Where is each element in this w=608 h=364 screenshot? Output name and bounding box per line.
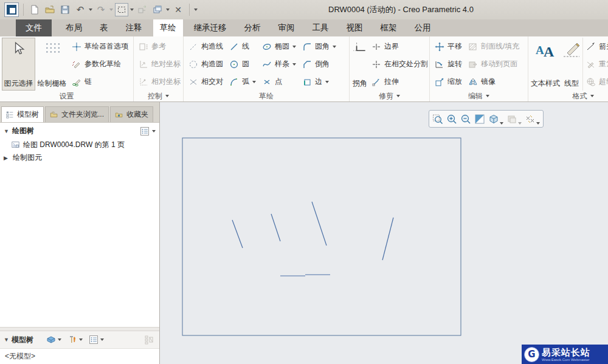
display-style-dropdown[interactable] <box>500 122 503 125</box>
group-edit-label[interactable]: 编辑 <box>430 91 528 101</box>
stretch-button[interactable]: 拉伸 <box>371 74 428 90</box>
construction-circle-button[interactable]: 构造圆 <box>188 57 223 72</box>
model-tree-tools-button[interactable] <box>66 334 85 346</box>
navtab-model-tree[interactable]: 模型树 <box>1 106 44 122</box>
construction-line-button[interactable]: 构造线 <box>188 39 223 55</box>
chain-button[interactable]: 链 <box>72 74 128 90</box>
expand-icon[interactable]: ▶ <box>4 155 10 161</box>
tab-layout[interactable]: 布局 <box>59 19 89 36</box>
tab-analysis[interactable]: 分析 <box>238 19 268 36</box>
tree-settings-dropdown[interactable] <box>152 130 156 132</box>
undo-button[interactable]: ↶ <box>74 3 87 16</box>
selection-filter-dropdown[interactable] <box>130 9 134 11</box>
spline-dropdown[interactable] <box>292 63 296 66</box>
model-tree-show-button[interactable] <box>44 334 63 346</box>
panel-splitter[interactable] <box>0 327 159 331</box>
parametric-sketch-button[interactable]: 参数化草绘 <box>72 57 128 72</box>
navtab-favorites[interactable]: 收藏夹 <box>110 106 153 122</box>
zoom-out-button[interactable] <box>460 114 471 125</box>
model-tree-settings-button[interactable] <box>87 334 106 346</box>
fillet-button[interactable]: 圆角 <box>302 39 336 55</box>
creo-window: ↶ ↷ ✕ DRW0004 (活动的) - Creo Parametric 4.… <box>0 0 608 364</box>
item-select-button[interactable]: 图元选择 <box>2 38 35 91</box>
tree-settings-icon[interactable] <box>140 126 150 136</box>
sketch-line[interactable] <box>312 202 326 246</box>
group-trim-label[interactable]: 修剪 <box>350 91 429 101</box>
open-file-button[interactable] <box>43 3 57 16</box>
line-label: 线 <box>242 41 249 52</box>
sketch-line[interactable] <box>382 218 393 260</box>
divide-at-intersection-button[interactable]: 在相交处分割 <box>371 57 428 72</box>
chamfer-button[interactable]: 倒角 <box>302 57 336 72</box>
tab-table[interactable]: 表 <box>93 19 115 36</box>
zoom-in-button[interactable] <box>446 114 457 125</box>
sketch-line[interactable] <box>232 220 243 248</box>
regenerate-button[interactable] <box>136 3 149 16</box>
rotate-button[interactable]: 旋转 <box>435 57 462 72</box>
app-icon[interactable] <box>4 2 19 17</box>
spline-button[interactable]: 样条 <box>262 57 296 72</box>
tree-item-draft-entities[interactable]: ▶ 绘制图元 <box>0 151 159 164</box>
mirror-button[interactable]: 镜像 <box>468 74 519 90</box>
edge-dropdown[interactable] <box>325 81 329 83</box>
tree-item-sheet[interactable]: 绘图 DRW0004.DRW 的第 1 页 <box>0 139 159 151</box>
refit-button[interactable] <box>432 114 443 125</box>
drawing-sheet-border[interactable] <box>182 138 461 335</box>
group-format-dropdown <box>590 95 594 97</box>
redo-dropdown[interactable] <box>109 9 113 11</box>
corner-button[interactable]: 拐角 <box>351 38 368 91</box>
intersect-pair-button[interactable]: 相交对 <box>188 74 223 90</box>
fillet-dropdown[interactable] <box>333 46 336 48</box>
arc-button[interactable]: 弧 <box>229 74 256 90</box>
group-format-label[interactable]: 格式 <box>528 91 608 101</box>
tab-common[interactable]: 公用 <box>408 19 438 36</box>
save-button[interactable] <box>58 3 72 16</box>
absolute-coords-label: 绝对坐标 <box>151 59 181 69</box>
tab-legacy-migration[interactable]: 继承迁移 <box>187 19 233 36</box>
line-style-button[interactable]: 线型 <box>561 38 582 91</box>
translate-button[interactable]: 平移 <box>435 39 462 55</box>
tab-view[interactable]: 视图 <box>340 19 370 36</box>
repaint-button[interactable] <box>474 114 485 125</box>
circle-button[interactable]: 圆 <box>229 57 256 72</box>
drawing-tree-area[interactable] <box>0 164 159 327</box>
collapse-icon[interactable]: ▼ <box>4 337 9 343</box>
arrow-style-button[interactable]: 箭头样式 <box>586 39 608 55</box>
sketch-line[interactable] <box>271 214 280 241</box>
tab-file[interactable]: 文件 <box>16 19 52 36</box>
datum-display-dropdown[interactable] <box>536 122 540 125</box>
boundary-button[interactable]: 边界 <box>371 39 428 55</box>
graphics-area[interactable]: G 易采站长站 Www.Easck.Com Webmaster <box>160 102 608 364</box>
navtab-folder-browser[interactable]: 文件夹浏览... <box>45 106 109 122</box>
customize-qat-dropdown[interactable] <box>194 9 198 11</box>
model-tree-tools-dropdown <box>79 338 83 341</box>
close-window-button[interactable]: ✕ <box>171 3 185 16</box>
tab-sketch[interactable]: 草绘 <box>153 19 183 36</box>
sheet-icon <box>11 141 20 149</box>
edge-button[interactable]: 边 <box>302 74 336 90</box>
point-button[interactable]: 点 <box>262 74 296 90</box>
drawing-sheet-svg[interactable] <box>160 102 608 364</box>
new-file-button[interactable] <box>28 3 41 16</box>
windows-button[interactable] <box>151 3 164 16</box>
ellipse-dropdown[interactable] <box>292 46 296 48</box>
selection-filter-button[interactable] <box>115 3 128 16</box>
datum-display-button[interactable] <box>525 114 540 125</box>
tab-annotate[interactable]: 注释 <box>119 19 149 36</box>
display-style-button[interactable] <box>488 114 503 125</box>
tab-tools[interactable]: 工具 <box>306 19 336 36</box>
tab-framework[interactable]: 框架 <box>374 19 404 36</box>
undo-dropdown[interactable] <box>89 9 92 11</box>
windows-dropdown[interactable] <box>166 9 170 11</box>
scale-button[interactable]: 缩放 <box>435 74 462 90</box>
sketcher-preferences-button[interactable]: 草绘器首选项 <box>72 39 128 55</box>
line-button[interactable]: 线 <box>229 39 256 55</box>
tab-review[interactable]: 审阅 <box>272 19 302 36</box>
redo-button[interactable]: ↷ <box>94 3 108 16</box>
draw-grid-button[interactable]: 绘制栅格 <box>35 38 69 91</box>
arc-dropdown[interactable] <box>252 81 256 83</box>
group-control-label[interactable]: 控制 <box>134 91 183 101</box>
ellipse-button[interactable]: 椭圆 <box>262 39 296 55</box>
collapse-icon[interactable]: ▼ <box>4 128 9 134</box>
text-style-button[interactable]: AA 文本样式 <box>530 38 561 91</box>
